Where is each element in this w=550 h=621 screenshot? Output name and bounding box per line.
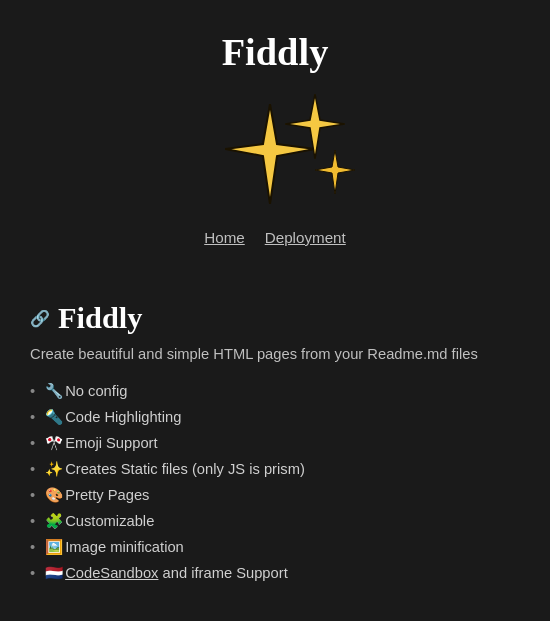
- list-item: 🇳🇱 CodeSandbox and iframe Support: [30, 564, 520, 582]
- emoji-icon: 🎌: [45, 434, 63, 452]
- feature-text: Image minification: [65, 539, 184, 555]
- feature-text: No config: [65, 383, 127, 399]
- sparkles-graphic: [175, 84, 375, 214]
- feature-text: CodeSandbox and iframe Support: [65, 565, 288, 581]
- list-item: 🎨 Pretty Pages: [30, 486, 520, 504]
- nav-deployment-link[interactable]: Deployment: [265, 229, 346, 246]
- hero-title: Fiddly: [20, 30, 530, 74]
- list-item: 🔦 Code Highlighting: [30, 408, 520, 426]
- link-icon: 🔗: [30, 309, 50, 328]
- emoji-icon: 🔦: [45, 408, 63, 426]
- codesandbox-link[interactable]: CodeSandbox: [65, 565, 158, 581]
- emoji-icon: 🔧: [45, 382, 63, 400]
- list-item: 🎌 Emoji Support: [30, 434, 520, 452]
- page-title: Fiddly: [58, 301, 142, 336]
- emoji-icon: 🇳🇱: [45, 564, 63, 582]
- sparkle-small-icon: [315, 150, 355, 194]
- feature-text: Code Highlighting: [65, 409, 181, 425]
- list-item: ✨ Creates Static files (only JS is prism…: [30, 460, 520, 478]
- feature-text: Customizable: [65, 513, 154, 529]
- emoji-icon: 🧩: [45, 512, 63, 530]
- feature-text: Creates Static files (only JS is prism): [65, 461, 305, 477]
- list-item: 🖼️ Image minification: [30, 538, 520, 556]
- feature-text: Pretty Pages: [65, 487, 149, 503]
- nav-home-link[interactable]: Home: [204, 229, 245, 246]
- list-item: 🧩 Customizable: [30, 512, 520, 530]
- main-content: 🔗 Fiddly Create beautiful and simple HTM…: [0, 291, 550, 620]
- feature-list: 🔧 No config 🔦 Code Highlighting 🎌 Emoji …: [30, 382, 520, 582]
- subtitle: Create beautiful and simple HTML pages f…: [30, 346, 520, 362]
- list-item: 🔧 No config: [30, 382, 520, 400]
- svg-marker-2: [315, 150, 355, 194]
- page-heading: 🔗 Fiddly: [30, 301, 520, 336]
- nav-links: Home Deployment: [20, 229, 530, 246]
- feature-text: Emoji Support: [65, 435, 157, 451]
- emoji-icon: ✨: [45, 460, 63, 478]
- emoji-icon: 🎨: [45, 486, 63, 504]
- hero-section: Fiddly Home Deployment: [0, 0, 550, 291]
- emoji-icon: 🖼️: [45, 538, 63, 556]
